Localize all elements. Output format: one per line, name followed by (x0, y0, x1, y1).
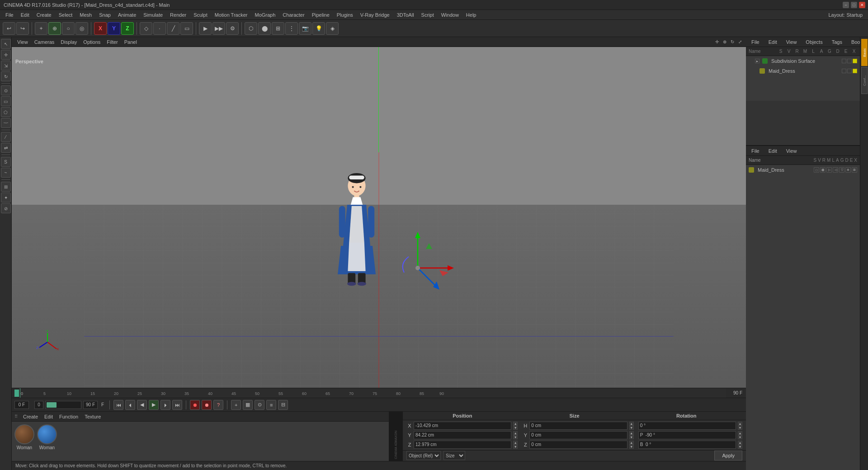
menu-animate[interactable]: Animate (114, 11, 140, 19)
menu-3dtoall[interactable]: 3DToAll (393, 11, 418, 19)
auto-key-button[interactable]: ⏺ (202, 400, 212, 410)
attr-row-maid[interactable]: Maid_Dress □ ▦ ▷ ◁ ▽ ⊕ ⊠ (746, 165, 860, 175)
obj-row-subdivision[interactable]: ▸ Subdivision Surface (746, 56, 860, 66)
vp-menu-cameras[interactable]: Cameras (32, 38, 57, 46)
menu-render[interactable]: Render (166, 11, 190, 19)
frame-slider[interactable] (45, 401, 81, 409)
vp-menu-filter[interactable]: Filter (104, 38, 120, 46)
obj-dot-s[interactable] (842, 59, 846, 63)
live-select-button[interactable]: + (35, 22, 47, 35)
key-settings[interactable]: ? (213, 400, 223, 410)
points-mode-button[interactable]: · (153, 22, 166, 35)
camera-tool[interactable]: 📷 (299, 22, 311, 35)
material-item-0[interactable]: Woman (14, 424, 34, 450)
menu-script[interactable]: Script (418, 11, 438, 19)
move-tool[interactable]: ⊕ (48, 22, 61, 35)
obj-dot-v[interactable] (847, 59, 852, 63)
coords-pos-x-down[interactable]: ▼ (513, 426, 518, 430)
menu-mesh[interactable]: Mesh (76, 11, 95, 19)
axis-y-button[interactable]: Y (108, 22, 120, 35)
obj-menu-edit[interactable]: Edit (766, 38, 780, 46)
render-settings[interactable]: ⚙ (226, 22, 239, 35)
coords-rot-y-up[interactable]: ▲ (738, 431, 742, 435)
light-tool[interactable]: 💡 (312, 22, 325, 35)
coords-size-z-input[interactable] (531, 442, 625, 447)
coords-size-x-up[interactable]: ▲ (629, 422, 634, 426)
lt-grid-tool[interactable]: ⊞ (1, 182, 11, 192)
step-back-button[interactable]: ⏴ (125, 400, 135, 410)
menu-motion-tracker[interactable]: Motion Tracker (211, 11, 251, 19)
coords-pos-x-up[interactable]: ▲ (513, 422, 518, 426)
menu-help[interactable]: Help (462, 11, 480, 19)
right-tab-custom[interactable]: Conf... (861, 67, 868, 94)
coords-size-z[interactable] (529, 441, 627, 449)
goto-start-button[interactable]: ⏮ (113, 400, 123, 410)
coords-size-z-down[interactable]: ▼ (629, 445, 634, 449)
mat-menu-texture[interactable]: Texture (82, 413, 104, 420)
lt-lasso-select[interactable]: 〰 (1, 118, 11, 128)
lt-scale-tool[interactable]: ⇲ (1, 61, 11, 70)
attr-btn-2[interactable]: ▦ (820, 167, 826, 173)
record-button[interactable]: ⏺ (190, 400, 200, 410)
coords-rot-z-input[interactable] (640, 442, 734, 447)
vp-icon-rotate[interactable]: ↻ (729, 39, 736, 45)
obj-menu-file[interactable]: File (749, 38, 762, 46)
add-key-button[interactable]: + (231, 400, 241, 410)
coords-size-y[interactable] (529, 431, 627, 439)
coords-rot-x-up[interactable]: ▲ (738, 422, 742, 426)
attr-btn-3[interactable]: ▷ (826, 167, 832, 173)
minimize-button[interactable]: − (843, 2, 849, 8)
lt-knife-tool[interactable]: ∕ (1, 132, 11, 142)
menu-pipeline[interactable]: Pipeline (308, 11, 333, 19)
nurbs-tool[interactable]: ⊞ (272, 22, 284, 35)
axis-z-button[interactable]: Z (121, 22, 134, 35)
edges-mode-button[interactable]: ╱ (167, 22, 179, 35)
frame-start-field[interactable]: 0 (34, 401, 43, 409)
redo-button[interactable]: ↪ (16, 22, 29, 35)
coords-size-z-up[interactable]: ▲ (629, 441, 634, 445)
coords-size-x-input[interactable] (531, 423, 625, 428)
obj-row-maid-dress[interactable]: Maid_Dress (746, 66, 860, 76)
obj-dot-maid-y[interactable] (853, 69, 857, 73)
material-tool[interactable]: ◈ (326, 22, 339, 35)
menu-snap[interactable]: Snap (95, 11, 114, 19)
coords-pos-z[interactable] (414, 441, 511, 449)
vp-menu-display[interactable]: Display (58, 38, 80, 46)
vp-menu-panel[interactable]: Panel (122, 38, 140, 46)
obj-dot-y[interactable] (853, 59, 857, 63)
coords-rot-x-input[interactable] (640, 423, 734, 428)
menu-character[interactable]: Character (279, 11, 308, 19)
render-to-vp[interactable]: ▶▶ (212, 22, 225, 35)
coords-size-y-down[interactable]: ▼ (629, 435, 634, 439)
polygons-mode-button[interactable]: ▭ (180, 22, 193, 35)
coords-pos-y-up[interactable]: ▲ (513, 431, 518, 435)
coords-pos-y[interactable] (414, 431, 511, 439)
coords-rot-y-input[interactable] (640, 432, 734, 437)
coords-rot-y[interactable] (638, 431, 736, 439)
current-frame-field[interactable]: 0 F (14, 401, 29, 409)
coords-pos-z-down[interactable]: ▼ (513, 445, 518, 449)
coords-size-y-up[interactable]: ▲ (629, 431, 634, 435)
obj-dot-maid-v[interactable] (847, 69, 852, 73)
lt-rotate-tool[interactable]: ↻ (1, 71, 11, 81)
coords-pos-x-input[interactable] (415, 423, 509, 428)
coords-rot-y-down[interactable]: ▼ (738, 435, 742, 439)
attr-btn-6[interactable]: ⊕ (845, 167, 851, 173)
coords-pos-y-down[interactable]: ▼ (513, 435, 518, 439)
preview-button[interactable]: ⊙ (255, 400, 264, 410)
coords-rot-x[interactable] (638, 422, 736, 430)
vp-icon-fullscreen[interactable]: ⤢ (737, 39, 743, 45)
mat-menu-edit[interactable]: Edit (42, 413, 56, 420)
viewport[interactable]: View Cameras Display Options Filter Pane… (12, 37, 746, 388)
vp-icon-move[interactable]: ✛ (714, 39, 720, 45)
menu-file[interactable]: File (2, 11, 17, 19)
attr-btn-7[interactable]: ⊠ (852, 167, 857, 173)
lt-polygon-select[interactable]: ⬠ (1, 107, 11, 117)
lt-rect-select[interactable]: ▭ (1, 96, 11, 106)
play-forward-button[interactable]: ▶ (149, 400, 159, 410)
timeline-ruler[interactable]: 0 5 10 15 20 25 30 35 40 45 50 55 60 65 … (20, 388, 726, 398)
lt-sculpt-tool[interactable]: ✦ (1, 193, 11, 202)
mat-menu-create[interactable]: Create (20, 413, 41, 420)
cube-tool[interactable]: ⬡ (245, 22, 257, 35)
coords-rot-x-down[interactable]: ▼ (738, 426, 742, 430)
